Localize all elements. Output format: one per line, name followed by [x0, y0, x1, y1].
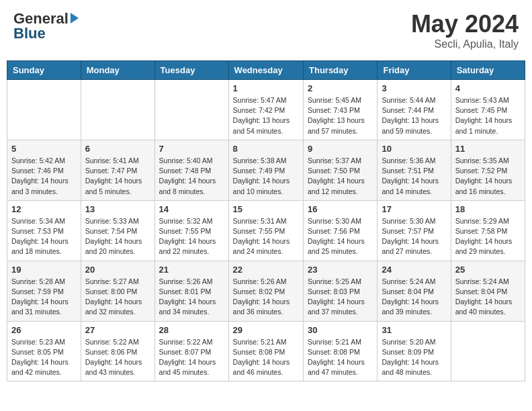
- title-area: May 2024 Secli, Apulia, Italy: [411, 10, 519, 50]
- header-tuesday: Tuesday: [154, 61, 228, 80]
- table-row: 4Sunrise: 5:43 AM Sunset: 7:45 PM Daylig…: [451, 80, 525, 140]
- day-info: Sunrise: 5:25 AM Sunset: 8:03 PM Dayligh…: [308, 277, 373, 318]
- calendar-table: Sunday Monday Tuesday Wednesday Thursday…: [7, 60, 525, 381]
- day-info: Sunrise: 5:31 AM Sunset: 7:55 PM Dayligh…: [233, 216, 299, 257]
- table-row: 8Sunrise: 5:38 AM Sunset: 7:49 PM Daylig…: [228, 140, 303, 200]
- day-info: Sunrise: 5:44 AM Sunset: 7:44 PM Dayligh…: [382, 95, 446, 136]
- day-info: Sunrise: 5:24 AM Sunset: 8:04 PM Dayligh…: [382, 277, 446, 318]
- day-number: 13: [85, 204, 150, 214]
- calendar-header-row: Sunday Monday Tuesday Wednesday Thursday…: [7, 61, 525, 80]
- header-friday: Friday: [378, 61, 451, 80]
- header-saturday: Saturday: [451, 61, 525, 80]
- day-info: Sunrise: 5:35 AM Sunset: 7:52 PM Dayligh…: [455, 156, 521, 197]
- table-row: 31Sunrise: 5:20 AM Sunset: 8:09 PM Dayli…: [378, 321, 451, 381]
- calendar-week-4: 19Sunrise: 5:28 AM Sunset: 7:59 PM Dayli…: [7, 261, 525, 321]
- table-row: [154, 80, 228, 140]
- table-row: 12Sunrise: 5:34 AM Sunset: 7:53 PM Dayli…: [7, 200, 81, 261]
- table-row: 22Sunrise: 5:26 AM Sunset: 8:02 PM Dayli…: [228, 261, 303, 321]
- day-number: 11: [455, 144, 521, 154]
- day-number: 6: [85, 144, 150, 154]
- day-info: Sunrise: 5:21 AM Sunset: 8:08 PM Dayligh…: [308, 337, 373, 378]
- table-row: 23Sunrise: 5:25 AM Sunset: 8:03 PM Dayli…: [304, 261, 378, 321]
- table-row: 26Sunrise: 5:23 AM Sunset: 8:05 PM Dayli…: [7, 321, 81, 381]
- day-info: Sunrise: 5:22 AM Sunset: 8:06 PM Dayligh…: [85, 337, 150, 378]
- day-number: 4: [455, 83, 521, 93]
- table-row: 16Sunrise: 5:30 AM Sunset: 7:56 PM Dayli…: [304, 200, 378, 261]
- day-info: Sunrise: 5:24 AM Sunset: 8:04 PM Dayligh…: [455, 277, 521, 318]
- day-info: Sunrise: 5:27 AM Sunset: 8:00 PM Dayligh…: [85, 277, 150, 318]
- table-row: 25Sunrise: 5:24 AM Sunset: 8:04 PM Dayli…: [451, 261, 525, 321]
- day-number: 12: [11, 204, 77, 214]
- table-row: 27Sunrise: 5:22 AM Sunset: 8:06 PM Dayli…: [81, 321, 154, 381]
- day-number: 27: [85, 325, 150, 335]
- calendar-week-2: 5Sunrise: 5:42 AM Sunset: 7:46 PM Daylig…: [7, 140, 525, 200]
- month-title: May 2024: [411, 10, 519, 38]
- day-info: Sunrise: 5:47 AM Sunset: 7:42 PM Dayligh…: [233, 95, 299, 136]
- day-info: Sunrise: 5:23 AM Sunset: 8:05 PM Dayligh…: [11, 337, 77, 378]
- day-number: 30: [308, 325, 373, 335]
- table-row: 1Sunrise: 5:47 AM Sunset: 7:42 PM Daylig…: [228, 80, 303, 140]
- day-info: Sunrise: 5:36 AM Sunset: 7:51 PM Dayligh…: [382, 156, 446, 197]
- day-info: Sunrise: 5:41 AM Sunset: 7:47 PM Dayligh…: [85, 156, 150, 197]
- table-row: 13Sunrise: 5:33 AM Sunset: 7:54 PM Dayli…: [81, 200, 154, 261]
- header-sunday: Sunday: [7, 61, 81, 80]
- day-number: 18: [455, 204, 521, 214]
- day-info: Sunrise: 5:38 AM Sunset: 7:49 PM Dayligh…: [233, 156, 299, 197]
- table-row: 7Sunrise: 5:40 AM Sunset: 7:48 PM Daylig…: [154, 140, 228, 200]
- day-number: 28: [159, 325, 224, 335]
- table-row: 3Sunrise: 5:44 AM Sunset: 7:44 PM Daylig…: [378, 80, 451, 140]
- location: Secli, Apulia, Italy: [411, 38, 519, 50]
- day-number: 3: [382, 83, 446, 93]
- day-number: 21: [159, 265, 224, 275]
- day-info: Sunrise: 5:33 AM Sunset: 7:54 PM Dayligh…: [85, 216, 150, 257]
- table-row: 5Sunrise: 5:42 AM Sunset: 7:46 PM Daylig…: [7, 140, 81, 200]
- day-info: Sunrise: 5:43 AM Sunset: 7:45 PM Dayligh…: [455, 95, 521, 136]
- table-row: 28Sunrise: 5:22 AM Sunset: 8:07 PM Dayli…: [154, 321, 228, 381]
- table-row: 15Sunrise: 5:31 AM Sunset: 7:55 PM Dayli…: [228, 200, 303, 261]
- day-info: Sunrise: 5:34 AM Sunset: 7:53 PM Dayligh…: [11, 216, 77, 257]
- day-number: 16: [308, 204, 373, 214]
- logo: General Blue: [13, 10, 79, 42]
- logo-blue-text: Blue: [13, 25, 46, 42]
- day-info: Sunrise: 5:32 AM Sunset: 7:55 PM Dayligh…: [159, 216, 224, 257]
- day-number: 26: [11, 325, 77, 335]
- table-row: 20Sunrise: 5:27 AM Sunset: 8:00 PM Dayli…: [81, 261, 154, 321]
- table-row: [451, 321, 525, 381]
- table-row: [7, 80, 81, 140]
- day-info: Sunrise: 5:26 AM Sunset: 8:02 PM Dayligh…: [233, 277, 299, 318]
- table-row: 21Sunrise: 5:26 AM Sunset: 8:01 PM Dayli…: [154, 261, 228, 321]
- table-row: 11Sunrise: 5:35 AM Sunset: 7:52 PM Dayli…: [451, 140, 525, 200]
- table-row: 9Sunrise: 5:37 AM Sunset: 7:50 PM Daylig…: [304, 140, 378, 200]
- table-row: 14Sunrise: 5:32 AM Sunset: 7:55 PM Dayli…: [154, 200, 228, 261]
- table-row: 6Sunrise: 5:41 AM Sunset: 7:47 PM Daylig…: [81, 140, 154, 200]
- day-number: 1: [233, 83, 299, 93]
- day-number: 8: [233, 144, 299, 154]
- calendar-week-1: 1Sunrise: 5:47 AM Sunset: 7:42 PM Daylig…: [7, 80, 525, 140]
- table-row: 10Sunrise: 5:36 AM Sunset: 7:51 PM Dayli…: [378, 140, 451, 200]
- day-number: 31: [382, 325, 446, 335]
- day-number: 25: [455, 265, 521, 275]
- day-info: Sunrise: 5:22 AM Sunset: 8:07 PM Dayligh…: [159, 337, 224, 378]
- day-number: 15: [233, 204, 299, 214]
- header-thursday: Thursday: [304, 61, 378, 80]
- day-info: Sunrise: 5:26 AM Sunset: 8:01 PM Dayligh…: [159, 277, 224, 318]
- day-info: Sunrise: 5:29 AM Sunset: 7:58 PM Dayligh…: [455, 216, 521, 257]
- day-info: Sunrise: 5:21 AM Sunset: 8:08 PM Dayligh…: [233, 337, 299, 378]
- day-number: 9: [308, 144, 373, 154]
- day-number: 22: [233, 265, 299, 275]
- day-number: 2: [308, 83, 373, 93]
- day-info: Sunrise: 5:30 AM Sunset: 7:56 PM Dayligh…: [308, 216, 373, 257]
- table-row: 30Sunrise: 5:21 AM Sunset: 8:08 PM Dayli…: [304, 321, 378, 381]
- table-row: 17Sunrise: 5:30 AM Sunset: 7:57 PM Dayli…: [378, 200, 451, 261]
- day-info: Sunrise: 5:28 AM Sunset: 7:59 PM Dayligh…: [11, 277, 77, 318]
- table-row: 18Sunrise: 5:29 AM Sunset: 7:58 PM Dayli…: [451, 200, 525, 261]
- day-number: 7: [159, 144, 224, 154]
- day-info: Sunrise: 5:45 AM Sunset: 7:43 PM Dayligh…: [308, 95, 373, 136]
- logo-triangle-icon: [71, 13, 79, 24]
- day-info: Sunrise: 5:42 AM Sunset: 7:46 PM Dayligh…: [11, 156, 77, 197]
- day-number: 29: [233, 325, 299, 335]
- calendar-week-3: 12Sunrise: 5:34 AM Sunset: 7:53 PM Dayli…: [7, 200, 525, 261]
- day-number: 17: [382, 204, 446, 214]
- table-row: 24Sunrise: 5:24 AM Sunset: 8:04 PM Dayli…: [378, 261, 451, 321]
- calendar-week-5: 26Sunrise: 5:23 AM Sunset: 8:05 PM Dayli…: [7, 321, 525, 381]
